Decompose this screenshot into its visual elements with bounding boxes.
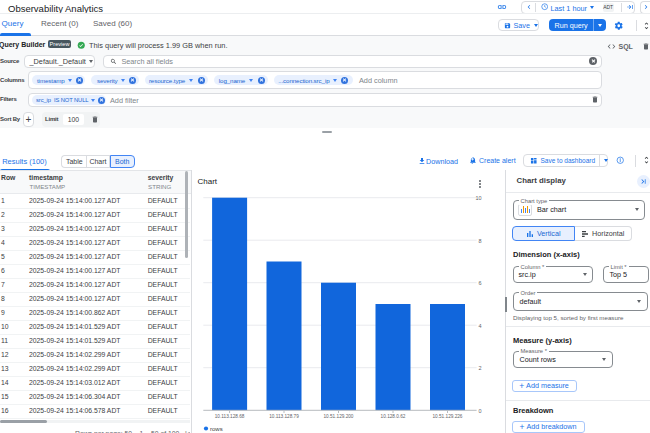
svg-text:6: 6	[478, 280, 481, 286]
svg-text:10.51.129.200: 10.51.129.200	[324, 414, 354, 419]
svg-text:4: 4	[478, 323, 481, 329]
svg-text:10.113.128.68: 10.113.128.68	[215, 414, 245, 419]
svg-text:2: 2	[478, 365, 481, 371]
svg-text:10.113.128.79: 10.113.128.79	[269, 414, 299, 419]
svg-text:10.51.129.226: 10.51.129.226	[433, 414, 463, 419]
svg-text:10.128.0.62: 10.128.0.62	[381, 414, 406, 419]
svg-text:rows: rows	[210, 426, 223, 432]
svg-text:0: 0	[478, 408, 481, 414]
svg-text:10: 10	[475, 195, 481, 201]
svg-text:8: 8	[478, 238, 481, 244]
